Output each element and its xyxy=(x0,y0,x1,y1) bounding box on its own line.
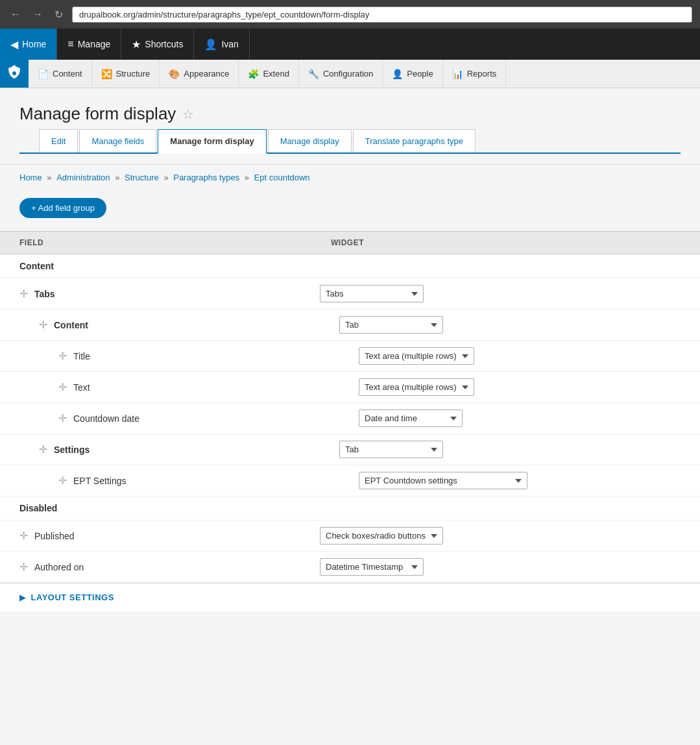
star-icon: ★ xyxy=(132,38,141,51)
admin-menu: 📄 Content 🔀 Structure 🎨 Appearance 🧩 Ext… xyxy=(0,60,700,88)
admin-menu-extend[interactable]: 🧩 Extend xyxy=(239,60,298,88)
drag-handle-content[interactable]: ✛ xyxy=(39,319,47,331)
ept-settings-widget-select[interactable]: EPT Countdown settings xyxy=(359,472,527,489)
field-title-widget[interactable]: Text area (multiple rows) xyxy=(359,347,681,365)
drag-handle-countdown-date[interactable]: ✛ xyxy=(58,412,67,424)
table-row: ✛ Tabs Tabs xyxy=(0,278,700,310)
admin-menu-appearance-label: Appearance xyxy=(184,69,229,79)
reports-icon: 📊 xyxy=(452,69,463,79)
field-published-widget[interactable]: Check boxes/radio buttons xyxy=(320,527,681,544)
toolbar-home-label: Home xyxy=(22,39,46,49)
home-icon: ◀ xyxy=(10,38,18,51)
table-header: FIELD WIDGET xyxy=(0,232,700,254)
breadcrumb-ept-countdown[interactable]: Ept countdown xyxy=(254,173,310,182)
drag-handle-settings[interactable]: ✛ xyxy=(39,443,47,456)
drag-handle-authored-on[interactable]: ✛ xyxy=(19,561,28,573)
tabs-bar: Edit Manage fields Manage form display M… xyxy=(19,129,681,154)
drag-handle-published[interactable]: ✛ xyxy=(19,530,28,542)
section-content-label: Content xyxy=(0,254,700,278)
appearance-icon: 🎨 xyxy=(169,69,180,79)
breadcrumb-paragraphs-types[interactable]: Paragraphs types xyxy=(173,173,239,182)
field-settings-widget[interactable]: Tab xyxy=(339,441,681,458)
drag-handle-text[interactable]: ✛ xyxy=(58,381,67,393)
drag-handle-ept-settings[interactable]: ✛ xyxy=(58,474,67,487)
admin-menu-content-label: Content xyxy=(53,69,82,79)
extend-icon: 🧩 xyxy=(248,69,259,79)
admin-menu-structure-label: Structure xyxy=(116,69,151,79)
admin-menu-structure[interactable]: 🔀 Structure xyxy=(92,60,160,88)
configuration-icon: 🔧 xyxy=(308,69,319,79)
content-icon: 📄 xyxy=(38,69,49,79)
toolbar-user[interactable]: 👤 Ivan xyxy=(194,29,249,60)
field-content-name: Content xyxy=(54,320,339,330)
published-widget-select[interactable]: Check boxes/radio buttons xyxy=(320,527,443,544)
admin-menu-configuration-label: Configuration xyxy=(323,69,373,79)
column-widget: WIDGET xyxy=(331,238,681,247)
field-ept-settings-widget[interactable]: EPT Countdown settings xyxy=(359,472,681,489)
admin-menu-configuration[interactable]: 🔧 Configuration xyxy=(299,60,383,88)
tab-manage-fields[interactable]: Manage fields xyxy=(79,129,156,153)
refresh-button[interactable]: ↻ xyxy=(52,6,66,23)
drag-handle-tabs[interactable]: ✛ xyxy=(19,287,28,300)
admin-menu-people[interactable]: 👤 People xyxy=(383,60,442,88)
tab-manage-display[interactable]: Manage display xyxy=(268,129,352,153)
field-text-widget[interactable]: Text area (multiple rows) xyxy=(359,378,681,396)
column-field: FIELD xyxy=(19,238,331,247)
structure-icon: 🔀 xyxy=(101,69,112,79)
back-button[interactable]: ← xyxy=(8,6,23,23)
favorite-star-icon[interactable]: ☆ xyxy=(182,106,194,122)
drag-handle-title[interactable]: ✛ xyxy=(58,350,67,362)
field-countdown-widget[interactable]: Date and time xyxy=(359,409,681,427)
drupal-toolbar: ◀ Home ≡ Manage ★ Shortcuts 👤 Ivan xyxy=(0,29,700,60)
table-row: ✛ Text Text area (multiple rows) xyxy=(0,372,700,403)
user-icon: 👤 xyxy=(204,38,217,51)
drupal-logo xyxy=(0,60,29,88)
text-widget-select[interactable]: Text area (multiple rows) xyxy=(359,378,474,396)
admin-menu-people-label: People xyxy=(407,69,433,79)
field-countdown-name: Countdown date xyxy=(73,413,359,424)
field-authored-on-widget[interactable]: Datetime Timestamp xyxy=(320,558,681,576)
url-bar[interactable] xyxy=(72,6,692,23)
field-title-name: Title xyxy=(73,351,359,361)
admin-menu-reports[interactable]: 📊 Reports xyxy=(443,60,507,88)
tab-edit[interactable]: Edit xyxy=(39,129,78,153)
title-widget-select[interactable]: Text area (multiple rows) xyxy=(359,347,474,365)
table-row: ✛ Title Text area (multiple rows) xyxy=(0,341,700,372)
toolbar-manage[interactable]: ≡ Manage xyxy=(57,29,121,60)
action-area: + Add field group xyxy=(0,190,700,231)
admin-menu-content[interactable]: 📄 Content xyxy=(29,60,92,88)
table-row: ✛ Published Check boxes/radio buttons xyxy=(0,520,700,552)
fields-table: FIELD WIDGET Content ✛ Tabs Tabs ✛ Conte… xyxy=(0,231,700,583)
field-tabs-widget[interactable]: Tabs xyxy=(320,285,681,302)
breadcrumb-home[interactable]: Home xyxy=(19,173,42,182)
toolbar-shortcuts[interactable]: ★ Shortcuts xyxy=(121,29,194,60)
field-ept-settings-name: EPT Settings xyxy=(73,476,359,486)
toolbar-user-label: Ivan xyxy=(221,39,238,49)
tab-translate[interactable]: Translate paragraphs type xyxy=(353,129,476,153)
admin-menu-reports-label: Reports xyxy=(467,69,497,79)
toolbar-home[interactable]: ◀ Home xyxy=(0,29,57,60)
field-published-name: Published xyxy=(34,531,320,541)
countdown-widget-select[interactable]: Date and time xyxy=(359,409,463,427)
forward-button[interactable]: → xyxy=(30,6,45,23)
browser-chrome: ← → ↻ xyxy=(0,0,700,29)
field-content-widget[interactable]: Tab xyxy=(339,316,681,334)
authored-on-widget-select[interactable]: Datetime Timestamp xyxy=(320,558,424,576)
field-tabs-name: Tabs xyxy=(34,289,320,299)
admin-menu-extend-label: Extend xyxy=(263,69,289,79)
breadcrumb-structure[interactable]: Structure xyxy=(125,173,159,182)
page-content: Manage form display ☆ Edit Manage fields… xyxy=(0,88,700,745)
field-authored-on-name: Authored on xyxy=(34,562,320,572)
layout-settings-section[interactable]: ▶ LAYOUT SETTINGS xyxy=(0,583,700,611)
tabs-widget-select[interactable]: Tabs xyxy=(320,285,424,302)
toolbar-shortcuts-label: Shortcuts xyxy=(145,39,183,49)
field-text-name: Text xyxy=(73,382,359,393)
tab-manage-form-display[interactable]: Manage form display xyxy=(158,129,266,154)
settings-widget-select[interactable]: Tab xyxy=(339,441,443,458)
content-widget-select[interactable]: Tab xyxy=(339,316,443,334)
breadcrumb-admin[interactable]: Administration xyxy=(56,173,110,182)
add-field-group-button[interactable]: + Add field group xyxy=(19,198,106,218)
admin-menu-appearance[interactable]: 🎨 Appearance xyxy=(160,60,239,88)
layout-settings-arrow: ▶ xyxy=(19,593,26,602)
table-row: ✛ Content Tab xyxy=(0,310,700,341)
